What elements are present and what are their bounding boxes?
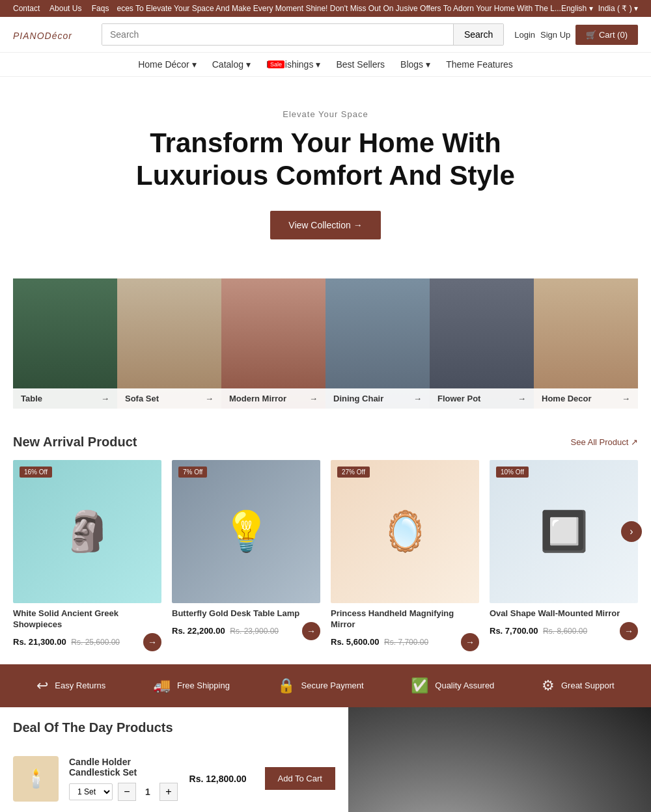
deal-right [348,707,651,812]
great-support-icon: ⚙ [542,677,555,694]
free-shipping-label: Free Shipping [177,681,230,690]
faqs-link[interactable]: Faqs [92,4,109,13]
category-card-table[interactable]: Table → [13,278,117,409]
easy-returns-label: Easy Returns [55,681,105,690]
category-label-table: Table → [13,388,117,409]
logo-text: PIANO [13,31,45,41]
add-to-cart-0[interactable]: Add To Cart [265,767,335,790]
deal-right-decoration [348,707,651,812]
category-card-homedecor[interactable]: Home Decor → [534,278,638,409]
product-card-1[interactable]: 💡 7% Off Butterfly Gold Desk Table Lamp … [172,460,320,651]
product-price-2: Rs. 5,600.00 Rs. 7,700.00 [331,637,428,647]
see-all-link[interactable]: See All Product ↗ [571,437,639,447]
sale-badge: Sale [268,61,284,68]
header-actions: Login Sign Up 🛒 Cart (0) [514,25,638,45]
cart-button[interactable]: 🛒 Cart (0) [575,25,638,45]
login-link[interactable]: Login [514,30,535,40]
qty-increase-0[interactable]: + [159,783,178,801]
deal-title: Deal Of The Day Products [13,720,335,735]
product-card-2[interactable]: 🪞 27% Off Princess Handheld Magnifying M… [331,460,479,651]
deal-product-0: 🕯️ Candle Holder Candlestick Set 1 Set −… [13,746,335,812]
deal-price-current-0: Rs. 12,800.00 [189,774,247,784]
marquee-banner: eces To Elevate Your Space And Make Ever… [117,4,561,13]
category-card-flowerpot[interactable]: Flower Pot → [430,278,534,409]
nav-theme-features[interactable]: Theme Features [446,59,513,70]
header: PIANODécor Search Login Sign Up 🛒 Cart (… [0,17,651,53]
deal-product-image-0: 🕯️ [13,756,59,802]
product-card-3[interactable]: 🔲 10% Off Oval Shape Wall-Mounted Mirror… [490,460,638,651]
next-products-button[interactable]: › [621,521,642,542]
nav-catalog[interactable]: Catalog ▾ [212,59,251,70]
about-link[interactable]: About Us [49,4,81,13]
nav-home-decor[interactable]: Home Décor ▾ [138,59,197,70]
product-card-0[interactable]: 🗿 16% Off White Solid Ancient Greek Show… [13,460,161,651]
logo[interactable]: PIANODécor [13,26,91,43]
top-bar-links[interactable]: Contact About Us Faqs [13,4,117,13]
main-nav: Home Décor ▾ Catalog ▾ Furnishings ▾ Sal… [0,53,651,77]
hero-title: Transform Your Home With Luxurious Comfo… [13,127,638,193]
top-bar: Contact About Us Faqs eces To Elevate Yo… [0,0,651,17]
currency-selector[interactable]: India ( ₹ ) ▾ [598,4,638,13]
product-name-1: Butterfly Gold Desk Table Lamp [172,608,320,619]
nav-best-sellers[interactable]: Best Sellers [336,59,385,70]
product-arrow-3[interactable]: → [620,622,638,640]
qty-decrease-0[interactable]: − [118,783,136,801]
easy-returns-icon: ↩ [36,677,48,694]
category-grid: Table → Sofa Set → Modern Mirror → Dinin… [0,265,651,422]
category-label-flowerpot: Flower Pot → [430,388,534,409]
product-image-1: 💡 [172,460,320,603]
deal-product-controls-0: 1 Set − 1 + [69,783,179,801]
features-bar: ↩ Easy Returns 🚚 Free Shipping 🔒 Secure … [0,664,651,707]
search-input[interactable] [102,24,453,45]
logo-subtext: Décor [45,31,72,41]
feature-secure-payment: 🔒 Secure Payment [277,677,364,694]
category-label-chair: Dining Chair → [326,388,430,409]
hero-subtitle: Elevate Your Space [13,109,638,119]
hero-cta-button[interactable]: View Collection → [270,211,380,239]
product-arrow-0[interactable]: → [143,633,161,651]
deal-product-info-0: Candle Holder Candlestick Set 1 Set − 1 … [69,757,179,801]
product-price-1: Rs. 22,200.00 Rs. 23,900.00 [172,626,279,636]
category-card-mirror[interactable]: Modern Mirror → [221,278,326,409]
free-shipping-icon: 🚚 [153,677,171,694]
category-label-homedecor: Home Decor → [534,388,638,409]
nav-furnishings[interactable]: Furnishings ▾ Sale [266,59,320,70]
feature-free-shipping: 🚚 Free Shipping [153,677,230,694]
deal-price-0: Rs. 12,800.00 [189,774,247,784]
product-grid: 🗿 16% Off White Solid Ancient Greek Show… [13,460,638,651]
nav-blogs[interactable]: Blogs ▾ [400,59,430,70]
feature-great-support: ⚙ Great Support [542,677,615,694]
signup-link[interactable]: Sign Up [540,30,570,40]
secure-payment-icon: 🔒 [277,677,295,694]
product-name-2: Princess Handheld Magnifying Mirror [331,608,479,630]
category-label-mirror: Modern Mirror → [221,388,326,409]
feature-easy-returns: ↩ Easy Returns [36,677,105,694]
product-name-3: Oval Shape Wall-Mounted Mirror [490,608,638,619]
discount-badge-3: 10% Off [496,467,529,478]
contact-link[interactable]: Contact [13,4,40,13]
category-label-sofaset: Sofa Set → [117,388,221,409]
deal-product-name-0: Candle Holder Candlestick Set [69,757,179,778]
product-image-3: 🔲 [490,460,638,603]
product-arrow-2[interactable]: → [461,633,479,651]
product-name-0: White Solid Ancient Greek Showpieces [13,608,161,630]
category-card-sofaset[interactable]: Sofa Set → [117,278,221,409]
discount-badge-2: 27% Off [337,467,370,478]
product-arrow-1[interactable]: → [302,622,320,640]
secure-payment-label: Secure Payment [301,681,364,690]
great-support-label: Great Support [561,681,615,690]
deal-variant-select-0[interactable]: 1 Set [69,783,113,800]
hero-section: Elevate Your Space Transform Your Home W… [0,77,651,265]
new-arrivals-header: New Arrival Product See All Product ↗ [13,435,638,450]
category-card-chair[interactable]: Dining Chair → [326,278,430,409]
search-button[interactable]: Search [453,24,503,45]
discount-badge-0: 16% Off [20,467,52,478]
top-bar-right[interactable]: English ▾ India ( ₹ ) ▾ [561,4,638,13]
product-price-0: Rs. 21,300.00 Rs. 25,600.00 [13,637,120,647]
new-arrivals-section: New Arrival Product See All Product ↗ 🗿 … [0,422,651,664]
deal-section: Deal Of The Day Products 🕯️ Candle Holde… [0,707,651,812]
language-selector[interactable]: English ▾ [561,4,593,13]
quality-assured-icon: ✅ [411,677,428,694]
new-arrivals-title: New Arrival Product [13,435,137,450]
product-row-wrap: 🗿 16% Off White Solid Ancient Greek Show… [13,460,638,651]
